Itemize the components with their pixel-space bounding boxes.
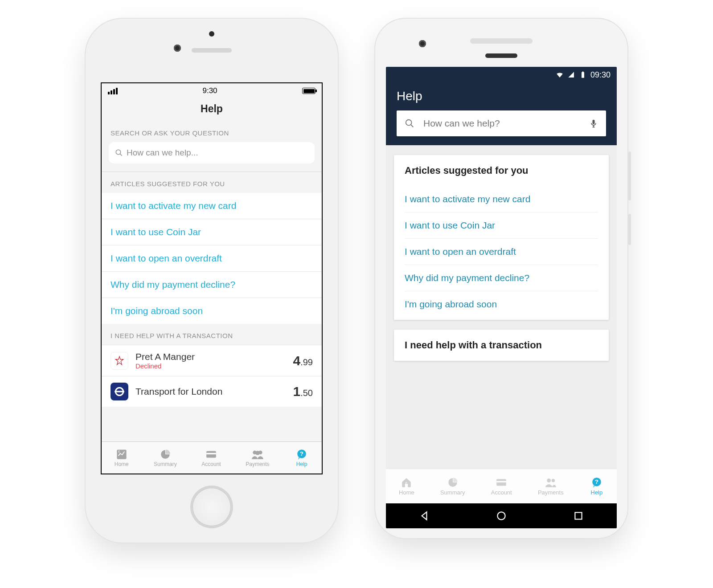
article-link[interactable]: I want to activate my new card bbox=[102, 193, 322, 219]
search-input[interactable]: How can we help? bbox=[397, 110, 606, 136]
transaction-merchant: Transport for London bbox=[135, 386, 286, 397]
pixel-volume-button bbox=[628, 151, 631, 200]
iphone-sensor-dot bbox=[209, 31, 214, 37]
home-icon: £ bbox=[399, 477, 414, 488]
android-app-bar: Help How can we help? bbox=[386, 83, 617, 145]
article-link[interactable]: I want to use Coin Jar bbox=[405, 212, 598, 238]
tab-payments[interactable]: Payments bbox=[538, 477, 564, 496]
android-status-time: 09:30 bbox=[590, 70, 611, 80]
ios-status-time: 9:30 bbox=[202, 86, 217, 95]
search-placeholder: How can we help? bbox=[423, 118, 500, 129]
svg-rect-15 bbox=[582, 72, 583, 73]
tfl-icon bbox=[111, 383, 128, 400]
transaction-status: Declined bbox=[135, 362, 286, 370]
tab-home[interactable]: £ Home bbox=[399, 477, 414, 496]
android-content: Articles suggested for you I want to act… bbox=[386, 145, 617, 469]
transaction-row[interactable]: Transport for London 1.50 bbox=[102, 376, 322, 407]
tab-help[interactable]: ? Help bbox=[590, 477, 604, 496]
wifi-icon bbox=[556, 71, 564, 79]
search-input[interactable]: How can we help... bbox=[109, 142, 315, 163]
android-system-nav bbox=[386, 503, 617, 528]
svg-point-16 bbox=[406, 120, 412, 126]
article-link[interactable]: Why did my payment decline? bbox=[102, 271, 322, 298]
android-tab-bar: £ Home Summary Account Payments ? Help bbox=[386, 469, 617, 503]
iphone-front-camera bbox=[174, 45, 181, 52]
svg-line-17 bbox=[411, 125, 413, 127]
svg-point-11 bbox=[255, 451, 260, 455]
article-link[interactable]: I want to use Coin Jar bbox=[102, 219, 322, 245]
pie-chart-icon bbox=[158, 449, 173, 460]
pixel-earpiece bbox=[470, 38, 533, 44]
tab-account[interactable]: Account bbox=[201, 449, 221, 467]
cellular-signal-icon bbox=[567, 71, 575, 79]
article-link[interactable]: I'm going abroad soon bbox=[102, 298, 322, 324]
ios-status-bar: 9:30 bbox=[102, 83, 322, 98]
page-title: Help bbox=[397, 89, 606, 103]
article-link[interactable]: I want to open an overdraft bbox=[102, 245, 322, 271]
articles-section-label: Articles suggested for you bbox=[405, 165, 598, 176]
help-bubble-icon: ? bbox=[590, 477, 604, 488]
iphone-device-frame: 9:30 Help SEARCH OR ASK YOUR QUESTION Ho… bbox=[85, 18, 339, 543]
nav-back-icon[interactable] bbox=[418, 510, 430, 522]
tab-home[interactable]: £ Home bbox=[114, 449, 129, 467]
transaction-amount: 4.99 bbox=[293, 353, 313, 368]
article-link[interactable]: Why did my payment decline? bbox=[405, 265, 598, 291]
article-link[interactable]: I'm going abroad soon bbox=[405, 291, 598, 317]
card-icon bbox=[204, 449, 219, 460]
suggested-articles-card: Articles suggested for you I want to act… bbox=[394, 155, 609, 320]
svg-rect-14 bbox=[582, 72, 584, 78]
help-bubble-icon: ? bbox=[294, 449, 309, 460]
svg-rect-8 bbox=[206, 453, 216, 454]
people-icon bbox=[544, 477, 558, 488]
transactions-section-label: I NEED HELP WITH A TRANSACTION bbox=[102, 324, 322, 345]
svg-point-0 bbox=[116, 150, 121, 155]
page-title: Help bbox=[102, 98, 322, 121]
pret-icon bbox=[111, 352, 128, 370]
articles-section-label: ARTICLES SUGGESTED FOR YOU bbox=[102, 172, 322, 193]
svg-text:?: ? bbox=[595, 478, 598, 485]
search-icon bbox=[115, 149, 123, 157]
article-link[interactable]: I want to open an overdraft bbox=[405, 238, 598, 265]
ios-tab-bar: £ Home Summary Account Payments ? Help bbox=[102, 441, 322, 474]
nav-home-icon[interactable] bbox=[496, 510, 507, 522]
search-section-label: SEARCH OR ASK YOUR QUESTION bbox=[102, 121, 322, 142]
tab-summary[interactable]: Summary bbox=[440, 477, 465, 496]
android-screen: 09:30 Help How can we help? Articles sug… bbox=[386, 67, 617, 528]
suggested-articles-list: I want to activate my new card I want to… bbox=[102, 193, 322, 324]
article-link[interactable]: I want to activate my new card bbox=[405, 186, 598, 212]
svg-rect-21 bbox=[496, 481, 506, 482]
svg-point-22 bbox=[547, 478, 551, 482]
microphone-icon[interactable] bbox=[589, 118, 598, 128]
search-placeholder: How can we help... bbox=[127, 148, 198, 158]
cellular-signal-icon bbox=[108, 88, 118, 94]
iphone-home-button[interactable] bbox=[192, 487, 231, 527]
svg-rect-27 bbox=[575, 512, 582, 519]
tab-summary[interactable]: Summary bbox=[154, 449, 176, 467]
transaction-merchant: Pret A Manger bbox=[135, 351, 286, 362]
svg-text:£: £ bbox=[406, 481, 408, 486]
tab-account[interactable]: Account bbox=[491, 477, 512, 496]
transactions-card: I need help with a transaction bbox=[394, 330, 609, 361]
tab-help[interactable]: ? Help bbox=[294, 449, 309, 467]
home-report-icon: £ bbox=[114, 449, 129, 460]
svg-point-23 bbox=[551, 479, 555, 482]
svg-rect-18 bbox=[593, 120, 595, 124]
transaction-row[interactable]: Pret A Manger Declined 4.99 bbox=[102, 345, 322, 376]
pixel-power-button bbox=[628, 214, 631, 245]
svg-line-1 bbox=[120, 154, 122, 156]
battery-icon bbox=[579, 71, 587, 79]
pixel-device-frame: 09:30 Help How can we help? Articles sug… bbox=[374, 18, 628, 539]
svg-text:£: £ bbox=[118, 449, 120, 453]
svg-rect-4 bbox=[115, 391, 124, 392]
svg-marker-2 bbox=[115, 356, 123, 364]
svg-point-26 bbox=[497, 512, 505, 519]
ios-screen: 9:30 Help SEARCH OR ASK YOUR QUESTION Ho… bbox=[101, 82, 323, 474]
svg-text:?: ? bbox=[300, 450, 303, 457]
transaction-amount: 1.50 bbox=[293, 384, 313, 399]
nav-recents-icon[interactable] bbox=[573, 510, 584, 522]
tab-payments[interactable]: Payments bbox=[246, 449, 269, 467]
search-icon bbox=[405, 118, 414, 128]
android-status-bar: 09:30 bbox=[386, 67, 617, 83]
card-icon bbox=[494, 477, 508, 488]
pie-chart-icon bbox=[446, 477, 460, 488]
